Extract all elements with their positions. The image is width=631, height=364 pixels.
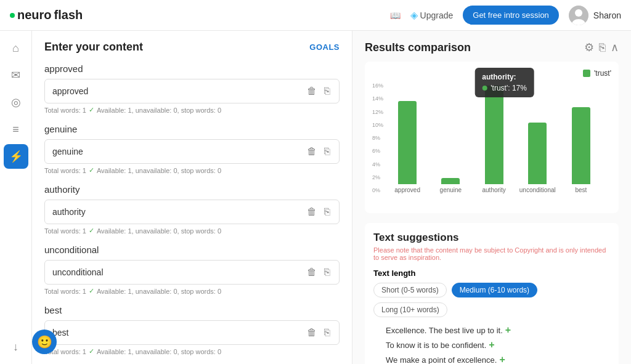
chart-bars: approved genuine authority unconditional [372,83,611,193]
legend-color-dot [583,70,590,77]
sidebar-item-spark[interactable]: ⚡ [4,144,28,169]
copy-best-button[interactable]: ⎘ [323,326,332,339]
meta-genuine: Total words: 1 ✓ Available: 1, unavailab… [44,166,340,174]
section-label-unconditional: unconditional [44,245,340,255]
chart-area: 'trust' authority: 'trust': 17% 16% 14% … [365,62,619,213]
delete-approved-button[interactable]: 🗑 [306,84,318,98]
copy-approved-button[interactable]: ⎘ [323,84,332,98]
copy-genuine-button[interactable]: ⎘ [323,145,332,158]
add-suggestion-1-button[interactable]: + [505,325,511,336]
sidebar-item-list[interactable]: ≡ [4,117,28,142]
section-authority: authority 🗑 ⎘ Total words: 1 ✓ Available… [44,184,340,235]
input-row-approved: 🗑 ⎘ [44,79,340,103]
book-button[interactable]: 📖 [390,10,401,20]
right-panel: Results comparison ⚙ ⎘ ∧ 'trust' authori… [352,31,631,364]
get-free-session-button[interactable]: Get free intro session [463,6,559,25]
bar-label-unconditional: unconditional [519,187,556,193]
bar-group-unconditional: unconditional [519,123,556,193]
copy-authority-button[interactable]: ⎘ [323,205,332,219]
input-row-genuine: 🗑 ⎘ [44,139,340,164]
upgrade-label: Upgrade [420,10,454,20]
length-short-button[interactable]: Short (0-5 words) [373,283,447,297]
length-long-button[interactable]: Long (10+ words) [373,302,447,317]
input-row-best: 🗑 ⎘ [44,320,340,345]
bar-group-best: best [563,107,599,193]
settings-icon-button[interactable]: ⚙ [584,41,594,54]
suggestions-list: Excellence. The best live up to it. + To… [373,325,610,364]
sidebar: ⌂ ✉ ◎ ≡ ⚡ ↓ [0,31,32,364]
delete-genuine-button[interactable]: 🗑 [306,145,318,158]
meta-unconditional: Total words: 1 ✓ Available: 1, unavailab… [44,287,340,295]
input-best[interactable] [52,328,301,338]
text-length-label: Text length [373,269,610,278]
main-layout: ⌂ ✉ ◎ ≡ ⚡ ↓ Enter your content GOALS app… [0,31,631,364]
section-genuine: genuine 🗑 ⎘ Total words: 1 ✓ Available: … [44,124,340,174]
left-panel: Enter your content GOALS approved 🗑 ⎘ To… [32,31,352,364]
delete-best-button[interactable]: 🗑 [306,326,318,339]
section-approved: approved 🗑 ⎘ Total words: 1 ✓ Available:… [44,63,340,114]
collapse-icon-button[interactable]: ∧ [611,41,619,54]
copy-icon-button[interactable]: ⎘ [599,41,606,54]
delete-authority-button[interactable]: 🗑 [306,205,318,219]
user-name: Sharon [593,10,621,20]
meta-best: Total words: 1 ✓ Available: 1, unavailab… [44,347,340,355]
bar-label-genuine: genuine [440,187,462,193]
sidebar-item-mail[interactable]: ✉ [4,63,28,87]
input-icons-genuine: 🗑 ⎘ [306,145,332,158]
bar-group-approved: approved [389,101,425,193]
input-genuine[interactable] [52,147,301,156]
section-label-approved: approved [44,63,340,74]
input-approved[interactable] [52,86,301,96]
sidebar-item-download[interactable]: ↓ [4,334,28,359]
bar-label-best: best [575,187,587,193]
length-options: Short (0-5 words) Medium (6-10 words) Lo… [373,283,610,317]
meta-approved: Total words: 1 ✓ Available: 1, unavailab… [44,106,340,114]
length-medium-button[interactable]: Medium (6-10 words) [452,283,537,297]
chart-legend: 'trust' [372,69,611,78]
bar-group-authority: authority [476,86,512,193]
input-icons-approved: 🗑 ⎘ [306,84,332,98]
right-panel-actions: ⚙ ⎘ ∧ [584,41,619,54]
input-icons-unconditional: 🗑 ⎘ [306,265,332,279]
chat-bubble-button[interactable]: 🙂 [32,330,57,354]
input-row-unconditional: 🗑 ⎘ [44,260,340,285]
diamond-icon: ◈ [410,9,418,21]
sidebar-item-home[interactable]: ⌂ [4,36,28,60]
section-unconditional: unconditional 🗑 ⎘ Total words: 1 ✓ Avail… [44,245,340,295]
bar-unconditional [528,123,547,184]
logo-neuro: neuro [17,8,52,22]
left-panel-title: Enter your content [44,41,143,54]
top-navigation: neuroflash 📖 ◈ Upgrade Get free intro se… [0,0,631,31]
suggestion-item-2: To know it is to be confident. + [386,339,610,350]
sidebar-item-circle[interactable]: ◎ [4,90,28,115]
suggestion-item-1: Excellence. The best live up to it. + [386,325,610,336]
avatar [569,6,588,25]
bar-genuine [441,178,460,184]
suggestions-section: Text suggestions Please note that the co… [365,223,619,364]
add-suggestion-3-button[interactable]: + [499,354,505,364]
input-authority[interactable] [52,207,301,217]
goals-link[interactable]: GOALS [309,42,340,52]
suggestions-disclaimer: Please note that the content may be subj… [373,246,610,261]
bar-label-authority: authority [482,187,505,193]
legend-label: 'trust' [594,69,611,78]
meta-authority: Total words: 1 ✓ Available: 1, unavailab… [44,227,340,235]
input-icons-authority: 🗑 ⎘ [306,205,332,219]
delete-unconditional-button[interactable]: 🗑 [306,265,318,279]
logo-dot [10,13,15,18]
upgrade-button[interactable]: ◈ Upgrade [410,9,454,21]
user-section[interactable]: Sharon [569,6,621,25]
bar-best [572,107,590,184]
svg-point-1 [575,9,582,17]
bar-approved [398,101,417,184]
logo: neuroflash [10,8,83,22]
bar-group-genuine: genuine [433,178,468,193]
input-row-authority: 🗑 ⎘ [44,200,340,224]
chart-container: 16% 14% 12% 10% 8% 6% 4% 2% 0% approved [372,83,611,206]
right-panel-header: Results comparison ⚙ ⎘ ∧ [365,41,619,54]
suggestion-item-3: We make a point of excellence. + [386,354,610,364]
input-unconditional[interactable] [52,267,301,277]
copy-unconditional-button[interactable]: ⎘ [323,265,332,279]
add-suggestion-2-button[interactable]: + [489,339,494,350]
section-label-best: best [44,305,340,315]
